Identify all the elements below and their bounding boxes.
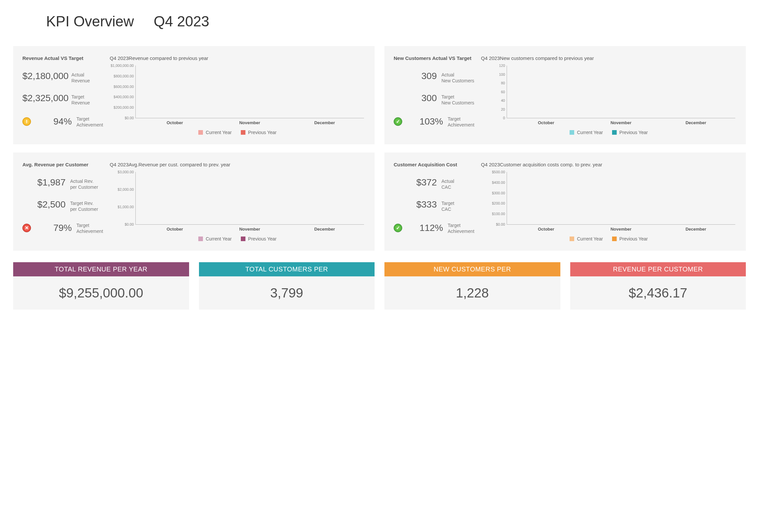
metric-achievement-value: 79% bbox=[36, 223, 72, 233]
y-tick: 100 bbox=[481, 72, 505, 76]
y-tick: $800,000.00 bbox=[109, 74, 134, 78]
y-tick: $0.00 bbox=[109, 116, 134, 120]
y-tick: 0 bbox=[481, 116, 505, 120]
x-category-label: December bbox=[684, 226, 707, 231]
y-tick: 120 bbox=[481, 63, 505, 67]
y-tick: 60 bbox=[481, 90, 505, 94]
legend-item: Current Year bbox=[570, 236, 603, 241]
metrics-block: $1,987Actual Rev.per Customer$2,500Targe… bbox=[22, 167, 103, 243]
kpi-panel-arpc: Avg. Revenue per CustomerQ4 2023Avg.Reve… bbox=[13, 152, 375, 251]
metric-target-label: TargetRevenue bbox=[71, 93, 103, 106]
legend-item: Previous Year bbox=[241, 236, 276, 241]
total-card-label: NEW CUSTOMERS PER bbox=[384, 262, 560, 276]
legend-item: Current Year bbox=[570, 130, 603, 135]
metric-achievement-label: TargetAchievement bbox=[448, 222, 474, 234]
y-tick: 80 bbox=[481, 81, 505, 85]
y-tick: $200,000.00 bbox=[109, 105, 134, 109]
kpi-panel-revenue: Revenue Actual VS TargetQ4 2023Revenue c… bbox=[13, 46, 375, 144]
total-card-value: $2,436.17 bbox=[570, 276, 746, 310]
total-card-label: REVENUE PER CUSTOMER bbox=[570, 262, 746, 276]
x-category-label: October bbox=[163, 120, 186, 125]
y-tick: $1,000,000.00 bbox=[109, 63, 134, 67]
panel-title: New Customers Actual VS Target bbox=[394, 55, 474, 61]
y-tick: $2,000.00 bbox=[109, 187, 134, 191]
page-header: KPI Overview Q4 2023 bbox=[13, 13, 746, 30]
metric-achievement-label: TargetAchievement bbox=[448, 115, 474, 128]
metric-target-label: Target Rev.per Customer bbox=[70, 199, 103, 212]
chart-arpc: $0.00$1,000.00$2,000.00$3,000.00OctoberN… bbox=[110, 167, 365, 243]
legend-item: Previous Year bbox=[241, 130, 276, 135]
y-tick: $400.00 bbox=[481, 181, 505, 184]
totals-row: TOTAL REVENUE PER YEAR$9,255,000.00TOTAL… bbox=[13, 262, 746, 310]
legend-swatch bbox=[198, 236, 203, 241]
status-warn-icon: ! bbox=[22, 117, 31, 126]
legend-item: Previous Year bbox=[612, 130, 648, 135]
legend-label: Current Year bbox=[577, 236, 603, 241]
total-card-value: $9,255,000.00 bbox=[13, 276, 189, 310]
legend-item: Previous Year bbox=[612, 236, 648, 241]
metric-actual-label: ActualRevenue bbox=[71, 71, 103, 84]
y-tick: $3,000.00 bbox=[109, 170, 134, 174]
metric-achievement-value: 103% bbox=[407, 116, 443, 127]
legend-swatch bbox=[612, 130, 617, 135]
legend-label: Previous Year bbox=[619, 236, 648, 241]
x-category-label: October bbox=[163, 226, 186, 231]
metric-target-value: $333 bbox=[401, 199, 437, 210]
metric-achievement-value: 112% bbox=[407, 223, 443, 233]
legend-label: Previous Year bbox=[619, 130, 648, 135]
y-tick: $0.00 bbox=[481, 222, 505, 226]
y-tick: 40 bbox=[481, 99, 505, 102]
metric-target-label: TargetNew Customers bbox=[441, 93, 474, 106]
chart-new_customers: 020406080100120OctoberNovemberDecemberCu… bbox=[481, 61, 737, 137]
total-card-value: 1,228 bbox=[384, 276, 560, 310]
total-card-label: TOTAL REVENUE PER YEAR bbox=[13, 262, 189, 276]
metrics-block: $2,180,000ActualRevenue$2,325,000TargetR… bbox=[22, 61, 103, 137]
x-category-label: November bbox=[238, 120, 261, 125]
total-card: TOTAL CUSTOMERS PER3,799 bbox=[199, 262, 375, 310]
kpi-panel-new_customers: New Customers Actual VS TargetQ4 2023New… bbox=[384, 46, 746, 144]
metric-target-value: $2,325,000 bbox=[22, 93, 67, 103]
legend-label: Previous Year bbox=[248, 236, 276, 241]
y-tick: $100.00 bbox=[481, 212, 505, 216]
metric-target-value: $2,500 bbox=[29, 199, 65, 210]
legend-swatch bbox=[570, 130, 574, 135]
metric-target-value: 300 bbox=[401, 93, 437, 103]
legend-swatch bbox=[198, 130, 203, 135]
metrics-block: 309ActualNew Customers300TargetNew Custo… bbox=[394, 61, 474, 137]
legend-label: Current Year bbox=[206, 130, 232, 135]
kpi-panels-grid: Revenue Actual VS TargetQ4 2023Revenue c… bbox=[13, 46, 746, 251]
chart-cac: $0.00$100.00$200.00$300.00$400.00$500.00… bbox=[481, 167, 737, 243]
kpi-panel-cac: Customer Acquisition CostQ4 2023Customer… bbox=[384, 152, 746, 251]
legend-item: Current Year bbox=[198, 130, 232, 135]
y-tick: $0.00 bbox=[109, 222, 134, 226]
chart-title: Q4 2023Revenue compared to previous year bbox=[110, 55, 365, 61]
total-card: REVENUE PER CUSTOMER$2,436.17 bbox=[570, 262, 746, 310]
metric-achievement-label: TargetAchievement bbox=[76, 222, 103, 234]
y-tick: $500.00 bbox=[481, 170, 505, 174]
y-tick: $300.00 bbox=[481, 191, 505, 195]
panel-title: Revenue Actual VS Target bbox=[22, 55, 103, 61]
page-period: Q4 2023 bbox=[154, 13, 210, 30]
legend-swatch bbox=[612, 236, 617, 241]
x-category-label: October bbox=[535, 120, 558, 125]
panel-title: Avg. Revenue per Customer bbox=[22, 162, 103, 167]
metric-actual-label: Actual Rev.per Customer bbox=[70, 177, 103, 190]
x-category-label: November bbox=[610, 226, 632, 231]
metrics-block: $372ActualCAC$333TargetCAC✓112%TargetAch… bbox=[394, 167, 474, 243]
legend-label: Current Year bbox=[206, 236, 232, 241]
chart-title: Q4 2023Customer acquisition costs comp. … bbox=[481, 162, 737, 167]
legend-label: Previous Year bbox=[248, 130, 276, 135]
total-card: TOTAL REVENUE PER YEAR$9,255,000.00 bbox=[13, 262, 189, 310]
y-tick: $200.00 bbox=[481, 201, 505, 205]
metric-actual-label: ActualNew Customers bbox=[441, 71, 474, 84]
metric-actual-value: $1,987 bbox=[29, 177, 65, 188]
legend-swatch bbox=[241, 236, 245, 241]
x-category-label: November bbox=[238, 226, 261, 231]
metric-actual-label: ActualCAC bbox=[441, 177, 474, 190]
status-bad-icon: ✕ bbox=[22, 224, 31, 232]
metric-achievement-value: 94% bbox=[36, 116, 72, 127]
legend-swatch bbox=[570, 236, 574, 241]
x-category-label: November bbox=[610, 120, 632, 125]
total-card-label: TOTAL CUSTOMERS PER bbox=[199, 262, 375, 276]
x-category-label: December bbox=[684, 120, 707, 125]
